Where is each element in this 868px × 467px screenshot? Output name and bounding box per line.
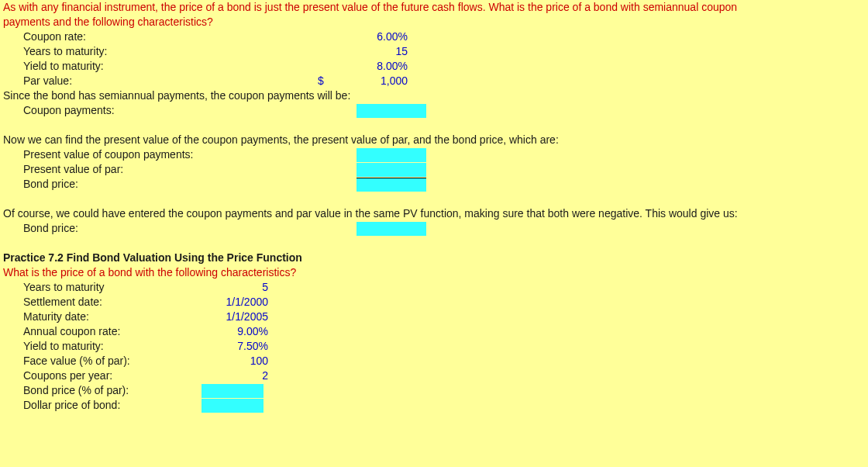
now-text: Now we can find the present value of the…: [0, 133, 852, 148]
label2-bp-pct: Bond price (% of par):: [23, 383, 202, 399]
row-bond-price2: Bond price:: [0, 221, 868, 236]
of-course-line: Of course, we could have entered the cou…: [0, 206, 868, 221]
value-ytm[interactable]: 8.00%: [356, 59, 411, 74]
value2-settle[interactable]: 1/1/2000: [202, 295, 271, 310]
label-bond-price: Bond price:: [23, 177, 287, 192]
label2-years: Years to maturity: [23, 280, 202, 296]
row2-settle: Settlement date: 1/1/2000: [0, 295, 868, 310]
input2-dollar[interactable]: [202, 399, 264, 413]
value2-ytm[interactable]: 7.50%: [202, 339, 271, 355]
value-coupon-rate[interactable]: 6.00%: [356, 29, 411, 45]
label-par: Par value:: [23, 74, 287, 89]
value-par[interactable]: 1,000: [356, 74, 411, 89]
value2-cpy[interactable]: 2: [202, 368, 271, 384]
row2-years: Years to maturity 5: [0, 280, 868, 295]
value2-maturity[interactable]: 1/1/2005: [202, 310, 271, 325]
label2-cpy: Coupons per year:: [23, 368, 202, 384]
row2-face: Face value (% of par): 100: [0, 354, 868, 368]
label-bond-price2: Bond price:: [23, 221, 287, 237]
intro-text-1: As with any financial instrument, the pr…: [0, 0, 852, 15]
label-coupon-payments: Coupon payments:: [23, 103, 287, 119]
value2-face[interactable]: 100: [202, 354, 271, 369]
row2-bp-pct: Bond price (% of par):: [0, 383, 868, 398]
label2-coupon: Annual coupon rate:: [23, 324, 202, 340]
input2-bp-pct[interactable]: [202, 384, 264, 398]
label2-dollar: Dollar price of bond:: [23, 398, 202, 413]
intro-line-2: payments and the following characteristi…: [0, 15, 868, 29]
row-years: Years to maturity: 15: [0, 44, 868, 59]
row-coupon-rate: Coupon rate: 6.00%: [0, 29, 868, 44]
row-coupon-payments: Coupon payments:: [0, 103, 868, 118]
label2-maturity: Maturity date:: [23, 310, 202, 325]
of-course-text: Of course, we could have entered the cou…: [0, 206, 852, 222]
worksheet: { "intro1": "As with any financial instr…: [0, 0, 868, 467]
label-years: Years to maturity:: [23, 44, 287, 60]
label2-settle: Settlement date:: [23, 295, 202, 310]
label2-face: Face value (% of par):: [23, 354, 202, 369]
value2-years[interactable]: 5: [202, 280, 271, 296]
input-bond-price2[interactable]: [356, 222, 426, 236]
now-line: Now we can find the present value of the…: [0, 133, 868, 147]
input-bond-price[interactable]: [356, 178, 426, 192]
value-years[interactable]: 15: [356, 44, 411, 60]
row-pv-par: Present value of par:: [0, 162, 868, 177]
heading-text: Practice 7.2 Find Bond Valuation Using t…: [0, 251, 852, 266]
input-pv-coupon[interactable]: [356, 148, 426, 162]
intro-line-1: As with any financial instrument, the pr…: [0, 0, 868, 15]
par-currency: $: [287, 74, 356, 89]
row-ytm: Yield to maturity: 8.00%: [0, 59, 868, 74]
row-bond-price: Bond price:: [0, 177, 868, 192]
label-pv-coupon: Present value of coupon payments:: [23, 147, 287, 163]
row2-cpy: Coupons per year: 2: [0, 368, 868, 383]
row2-dollar: Dollar price of bond:: [0, 398, 868, 413]
since-line: Since the bond has semiannual payments, …: [0, 88, 868, 103]
value2-coupon[interactable]: 9.00%: [202, 324, 271, 340]
label-ytm: Yield to maturity:: [23, 59, 287, 74]
row2-ytm: Yield to maturity: 7.50%: [0, 339, 868, 354]
since-text: Since the bond has semiannual payments, …: [0, 88, 852, 104]
label-pv-par: Present value of par:: [23, 162, 287, 178]
label-coupon-rate: Coupon rate:: [23, 29, 287, 45]
input-coupon-payments[interactable]: [356, 104, 426, 118]
question-text: What is the price of a bond with the fol…: [0, 265, 852, 281]
label2-ytm: Yield to maturity:: [23, 339, 202, 355]
row2-maturity: Maturity date: 1/1/2005: [0, 310, 868, 324]
row-par: Par value: $ 1,000: [0, 74, 868, 88]
intro-text-2: payments and the following characteristi…: [0, 15, 852, 30]
section2-heading: Practice 7.2 Find Bond Valuation Using t…: [0, 251, 868, 265]
row2-coupon: Annual coupon rate: 9.00%: [0, 324, 868, 339]
input-pv-par[interactable]: [356, 163, 426, 177]
section2-question: What is the price of a bond with the fol…: [0, 265, 868, 280]
row-pv-coupon: Present value of coupon payments:: [0, 147, 868, 162]
